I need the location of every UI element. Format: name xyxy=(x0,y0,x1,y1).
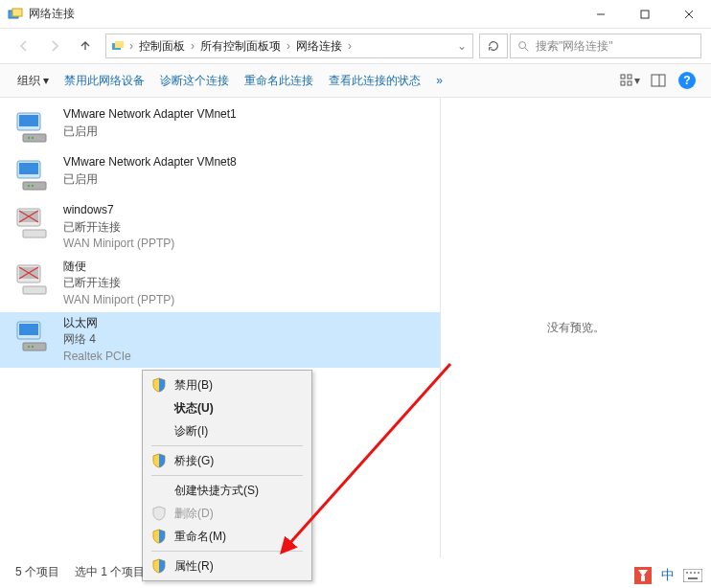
svg-rect-6 xyxy=(621,75,625,79)
search-icon xyxy=(516,39,530,53)
svg-point-38 xyxy=(694,572,696,574)
shield-icon xyxy=(151,529,167,544)
tray-keyboard-icon[interactable] xyxy=(682,565,703,586)
item-name: VMware Network Adapter VMnet8 xyxy=(63,155,237,170)
status-bar: 5 个项目 选中 1 个项目 xyxy=(15,564,145,580)
address-bar[interactable]: › 控制面板 › 所有控制面板项 › 网络连接 › ⌄ xyxy=(105,34,473,58)
item-detail: Realtek PCIe xyxy=(63,350,131,365)
network-adapter-icon xyxy=(13,260,54,300)
svg-rect-40 xyxy=(688,577,698,579)
item-status: 已启用 xyxy=(63,172,237,188)
separator xyxy=(151,551,303,552)
help-button[interactable]: ? xyxy=(673,68,701,93)
ctx-disable[interactable]: 禁用(B) xyxy=(146,373,309,396)
breadcrumb-leaf[interactable]: 网络连接 xyxy=(294,38,344,55)
svg-rect-14 xyxy=(23,134,46,142)
svg-rect-4 xyxy=(115,41,124,48)
svg-point-21 xyxy=(32,185,34,187)
maximize-button[interactable] xyxy=(623,0,667,29)
list-item[interactable]: windows7 已断开连接 WAN Miniport (PPTP) xyxy=(0,199,440,256)
svg-point-20 xyxy=(28,185,30,187)
toolbar-viewstatus[interactable]: 查看此连接的状态 xyxy=(321,69,428,93)
list-item[interactable]: VMware Network Adapter VMnet8 已启用 xyxy=(0,151,440,199)
network-adapter-icon xyxy=(13,155,54,195)
nav-up-button[interactable] xyxy=(71,34,100,58)
preview-pane: 没有预览。 xyxy=(441,98,711,557)
breadcrumb-mid[interactable]: 所有控制面板项 xyxy=(198,38,283,55)
svg-rect-29 xyxy=(19,324,38,335)
refresh-button[interactable] xyxy=(479,34,508,58)
shield-icon xyxy=(151,558,167,574)
toolbar-disable[interactable]: 禁用此网络设备 xyxy=(57,69,152,93)
network-adapter-icon xyxy=(13,316,54,356)
item-detail: WAN Miniport (PPTP) xyxy=(63,293,174,308)
item-name: 以太网 xyxy=(63,316,131,331)
svg-point-32 xyxy=(32,345,34,347)
svg-rect-7 xyxy=(628,75,631,79)
svg-rect-9 xyxy=(628,81,631,85)
svg-rect-24 xyxy=(23,230,46,237)
network-adapter-icon xyxy=(13,203,54,243)
svg-rect-13 xyxy=(19,115,38,126)
shield-icon xyxy=(151,506,167,521)
network-adapter-icon xyxy=(13,107,54,147)
toolbar-organize[interactable]: 组织 ▾ xyxy=(10,69,57,93)
item-detail: WAN Miniport (PPTP) xyxy=(63,237,174,252)
svg-rect-34 xyxy=(641,576,645,581)
separator xyxy=(151,475,303,476)
item-status: 已断开连接 xyxy=(63,220,174,236)
ctx-rename[interactable]: 重命名(M) xyxy=(146,525,309,548)
search-placeholder: 搜索"网络连接" xyxy=(536,38,613,55)
svg-rect-27 xyxy=(23,286,46,294)
system-tray: 中 xyxy=(632,565,703,586)
svg-rect-18 xyxy=(19,163,38,174)
tray-ime-icon[interactable] xyxy=(632,565,654,586)
list-item-selected[interactable]: 以太网 网络 4 Realtek PCIe xyxy=(0,312,440,369)
item-name: 随便 xyxy=(63,260,174,275)
minimize-button[interactable] xyxy=(579,0,623,29)
address-dropdown-button[interactable]: ⌄ xyxy=(455,39,469,53)
item-status: 网络 4 xyxy=(63,332,131,348)
svg-rect-35 xyxy=(683,569,702,582)
item-name: windows7 xyxy=(63,203,174,218)
ctx-bridge[interactable]: 桥接(G) xyxy=(146,449,309,472)
nav-forward-button xyxy=(40,34,69,58)
status-count: 5 个项目 xyxy=(15,564,59,580)
search-input[interactable]: 搜索"网络连接" xyxy=(510,34,701,58)
breadcrumb-root[interactable]: 控制面板 xyxy=(137,38,187,55)
svg-rect-19 xyxy=(23,182,46,190)
address-icon xyxy=(110,38,126,54)
ctx-diagnose[interactable]: 诊断(I) xyxy=(146,419,309,442)
ctx-status[interactable]: 状态(U) xyxy=(146,396,309,419)
view-options-button[interactable]: ▾ xyxy=(615,68,644,93)
svg-point-5 xyxy=(519,42,526,49)
item-status: 已启用 xyxy=(63,124,237,140)
ctx-shortcut[interactable]: 创建快捷方式(S) xyxy=(146,479,309,502)
svg-rect-8 xyxy=(621,81,625,85)
shield-icon xyxy=(151,377,167,393)
nav-back-button xyxy=(10,34,38,58)
list-item[interactable]: 随便 已断开连接 WAN Miniport (PPTP) xyxy=(0,256,440,312)
chevron-right-icon: › xyxy=(127,39,135,53)
list-item[interactable]: VMware Network Adapter VMnet1 已启用 xyxy=(0,103,440,151)
preview-none-text: 没有预览。 xyxy=(547,320,605,336)
svg-rect-2 xyxy=(641,11,649,18)
chevron-right-icon: › xyxy=(346,39,354,53)
tray-text-icon[interactable]: 中 xyxy=(657,565,678,586)
preview-pane-button[interactable] xyxy=(644,68,673,93)
item-status: 已断开连接 xyxy=(63,276,174,291)
chevron-right-icon: › xyxy=(189,39,196,53)
shield-icon xyxy=(151,453,167,468)
status-selected: 选中 1 个项目 xyxy=(75,564,145,580)
toolbar-more[interactable]: » xyxy=(428,70,450,91)
context-menu: 禁用(B) 状态(U) 诊断(I) 桥接(G) 创建快捷方式(S) 删除(D) … xyxy=(142,370,312,581)
svg-point-39 xyxy=(698,572,700,574)
window-icon xyxy=(8,7,23,22)
ctx-properties[interactable]: 属性(R) xyxy=(146,554,309,577)
toolbar-diagnose[interactable]: 诊断这个连接 xyxy=(152,69,237,93)
close-button[interactable] xyxy=(667,0,711,29)
toolbar-rename[interactable]: 重命名此连接 xyxy=(237,69,321,93)
svg-point-31 xyxy=(28,345,30,347)
svg-rect-1 xyxy=(12,9,22,16)
item-name: VMware Network Adapter VMnet1 xyxy=(63,107,237,123)
